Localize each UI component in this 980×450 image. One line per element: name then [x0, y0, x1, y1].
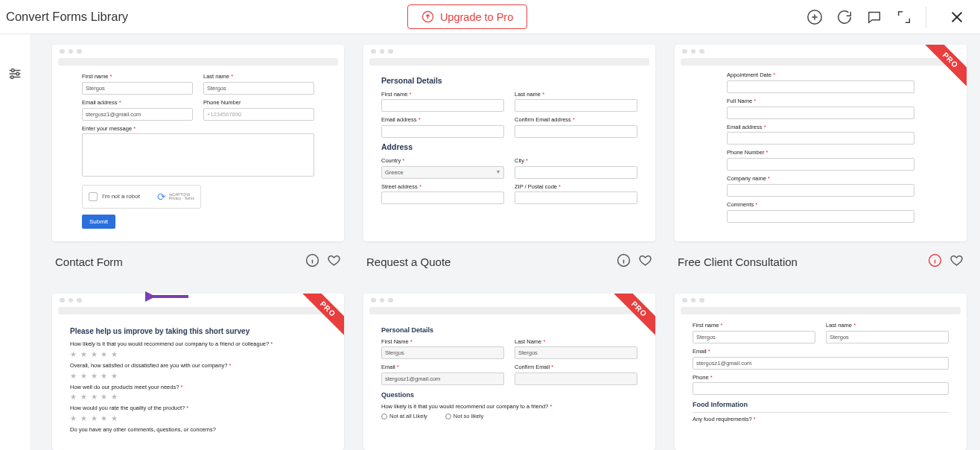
- label: Full Name: [727, 98, 752, 104]
- refresh-icon: [836, 9, 853, 25]
- svg-point-2: [11, 69, 14, 72]
- label: Last name: [203, 73, 229, 80]
- template-preview[interactable]: First name * Last name * Email address *…: [52, 45, 344, 241]
- template-card: Personal Details First name * Last name …: [363, 45, 655, 274]
- confirm-email-input: [515, 373, 637, 385]
- template-preview[interactable]: PRO Personal Details First Name * Last N…: [363, 294, 655, 450]
- label: Appointment Date: [727, 72, 771, 78]
- svg-point-3: [16, 72, 19, 75]
- favorite-button[interactable]: [327, 253, 341, 270]
- label: Company name: [727, 175, 766, 182]
- question: How likely is it that you would recommen…: [381, 403, 548, 410]
- submit-button: Submit: [82, 215, 115, 229]
- radio-label: Not so likely: [454, 413, 483, 420]
- card-title: Request a Quote: [366, 256, 451, 268]
- star-rating: ★ ★ ★ ★ ★: [70, 392, 326, 402]
- template-preview[interactable]: PRO Please help us improve by taking thi…: [52, 294, 344, 450]
- sidebar: [0, 34, 30, 450]
- captcha-label: I'm not a robot: [102, 193, 140, 200]
- favorite-button[interactable]: [949, 253, 964, 270]
- refresh-button[interactable]: [836, 9, 853, 25]
- close-button[interactable]: [949, 9, 965, 25]
- svg-point-4: [11, 76, 14, 79]
- template-preview[interactable]: First name * Last name * Email * Phone *…: [675, 294, 967, 450]
- first-name-input: [693, 331, 815, 343]
- card-meta: Contact Form: [52, 241, 344, 274]
- chat-icon: [866, 9, 882, 25]
- label: Last name: [826, 322, 852, 329]
- content: First name * Last name * Email address *…: [30, 34, 980, 450]
- section-heading: Food Information: [693, 401, 949, 413]
- card-title: Contact Form: [55, 256, 123, 268]
- preview-body: Appointment Date * Full Name * Email add…: [675, 69, 967, 241]
- add-button[interactable]: [806, 9, 823, 25]
- question: Overall, how satisfied or dissatisfied a…: [70, 362, 227, 369]
- checkbox-icon: [89, 192, 98, 201]
- favorite-button[interactable]: [638, 253, 652, 270]
- zip-input: [515, 191, 637, 204]
- card-actions: [928, 253, 964, 270]
- preview-body: Personal Details First name * Last name …: [363, 69, 655, 241]
- template-preview[interactable]: Personal Details First name * Last name …: [363, 45, 655, 241]
- label: Phone Number: [203, 99, 314, 107]
- email-input: [381, 125, 504, 138]
- message-input: [82, 133, 314, 177]
- label: Confirm Email: [515, 364, 550, 370]
- heart-icon: [638, 253, 652, 267]
- browser-urlbar: [681, 58, 961, 66]
- company-input: [727, 184, 914, 197]
- preview-body: Please help us improve by taking this sh…: [52, 317, 344, 450]
- email-input: [82, 108, 193, 121]
- browser-dots: [675, 294, 967, 307]
- annotation-arrow: [145, 291, 190, 302]
- feedback-button[interactable]: [866, 9, 882, 25]
- last-name-input: [203, 82, 314, 95]
- last-name-input: [826, 331, 949, 343]
- info-button[interactable]: [617, 253, 631, 270]
- expand-button[interactable]: [896, 9, 912, 25]
- question: How well do our products meet your needs…: [70, 384, 179, 390]
- filters-button[interactable]: [7, 66, 23, 82]
- label: ZIP / Postal code: [515, 183, 557, 190]
- info-button[interactable]: [928, 253, 942, 270]
- preview-body: First name * Last name * Email * Phone *…: [675, 317, 967, 450]
- phone-input: [693, 382, 949, 395]
- expand-icon: [896, 9, 912, 25]
- star-rating: ★ ★ ★ ★ ★: [70, 349, 326, 359]
- confirm-email-input: [515, 125, 637, 138]
- template-card: First name * Last name * Email * Phone *…: [675, 294, 967, 450]
- label: Email address: [82, 99, 118, 106]
- upgrade-to-pro-button[interactable]: Upgrade to Pro: [407, 4, 527, 29]
- plus-circle-icon: [806, 9, 823, 25]
- recaptcha: I'm not a robot ⟳ reCAPTCHAPrivacy · Ter…: [82, 185, 201, 209]
- label: Email address: [381, 116, 417, 123]
- first-name-input: [381, 346, 504, 359]
- heart-icon: [327, 253, 341, 267]
- card-meta: Request a Quote: [363, 241, 655, 274]
- section-heading: Questions: [381, 391, 637, 400]
- first-name-input: [381, 99, 504, 112]
- upgrade-label: Upgrade to Pro: [440, 11, 513, 23]
- main: First name * Last name * Email address *…: [0, 34, 980, 450]
- country-select: [381, 166, 504, 179]
- label: First name: [381, 91, 407, 98]
- template-card: PRO Appointment Date * Full Name * Email…: [675, 45, 967, 274]
- info-button[interactable]: [305, 253, 319, 270]
- label: Email: [381, 364, 395, 370]
- template-card: First name * Last name * Email address *…: [52, 45, 344, 274]
- question: How would you rate the quality of the pr…: [70, 405, 185, 411]
- card-actions: [305, 253, 341, 270]
- label: First name: [82, 73, 108, 80]
- section-heading: Personal Details: [381, 326, 637, 335]
- browser-urlbar: [681, 307, 961, 314]
- label: Street address: [381, 183, 418, 190]
- templates-grid: First name * Last name * Email address *…: [52, 45, 967, 450]
- template-preview[interactable]: PRO Appointment Date * Full Name * Email…: [675, 45, 967, 241]
- street-input: [381, 191, 504, 204]
- fullname-input: [727, 107, 914, 119]
- card-meta: Free Client Consultation: [675, 241, 967, 274]
- label: Email: [693, 348, 707, 355]
- first-name-input: [82, 82, 193, 95]
- radio-icon: [381, 413, 387, 419]
- label: Confirm Email address: [515, 116, 571, 123]
